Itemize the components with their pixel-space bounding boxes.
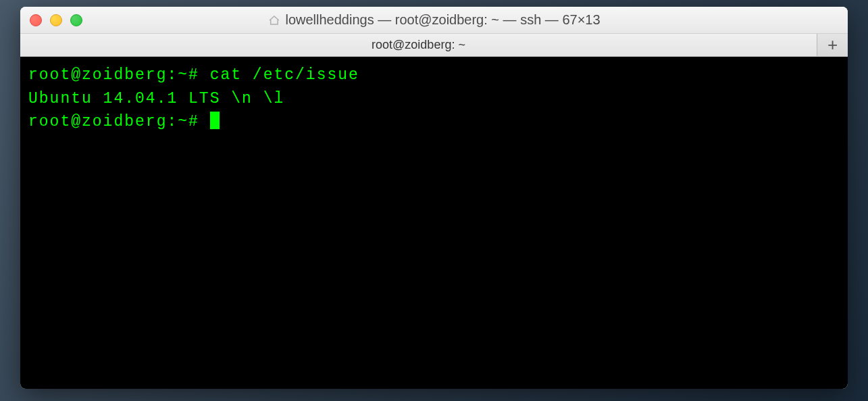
terminal-line-4: root@zoidberg:~# [28,110,840,134]
window-title: lowellheddings — root@zoidberg: ~ — ssh … [267,12,600,28]
terminal-window: lowellheddings — root@zoidberg: ~ — ssh … [20,7,848,389]
new-tab-button[interactable]: + [817,34,848,56]
plus-icon: + [827,34,838,55]
home-icon [267,14,280,26]
zoom-button[interactable] [70,14,82,26]
command-text: cat /etc/issue [210,66,359,84]
tab-active[interactable]: root@zoidberg: ~ [20,34,817,56]
terminal-line-2: Ubuntu 14.04.1 LTS \n \l [28,87,840,111]
prompt: root@zoidberg:~# [28,113,210,131]
close-button[interactable] [30,14,42,26]
tab-bar: root@zoidberg: ~ + [20,34,848,57]
cursor [210,112,220,129]
window-title-text: lowellheddings — root@zoidberg: ~ — ssh … [285,12,600,28]
titlebar[interactable]: lowellheddings — root@zoidberg: ~ — ssh … [20,7,848,34]
tab-label: root@zoidberg: ~ [372,38,465,52]
terminal-content[interactable]: root@zoidberg:~# cat /etc/issueUbuntu 14… [20,57,848,389]
minimize-button[interactable] [50,14,62,26]
terminal-line-1: root@zoidberg:~# cat /etc/issue [28,64,840,87]
prompt: root@zoidberg:~# [28,66,210,84]
traffic-lights [30,14,82,26]
